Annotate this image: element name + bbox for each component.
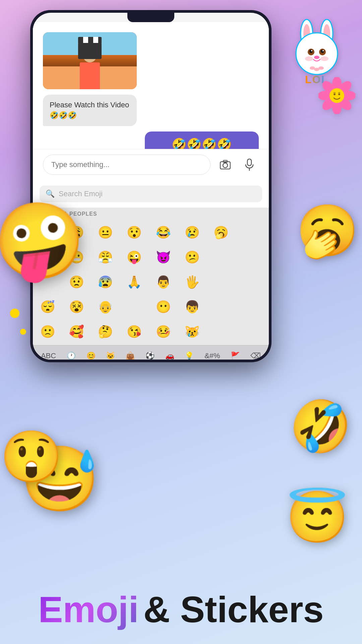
emoji-cell[interactable]: 😵 [64,295,88,319]
chat-text-right: 🤣🤣🤣🤣 [172,138,232,149]
emoji-cell[interactable]: 👴 [94,295,118,319]
svg-point-12 [309,50,313,53]
chat-bubble-right: 🤣🤣🤣🤣 [145,131,259,149]
keyboard-travel-button[interactable]: 🚗 [162,349,178,360]
lol-bunny-sticker: LOL [288,18,345,86]
emoji-cell[interactable]: 😐 [94,220,118,245]
emoji-cell [238,245,262,269]
emoji-cell [238,220,262,245]
svg-point-1 [223,163,228,168]
keyboard-ideas-button[interactable]: 💡 [181,349,197,360]
emoji-cell [238,320,262,344]
svg-point-32 [338,93,340,95]
svg-point-17 [305,56,313,61]
search-placeholder-text: Search Emoji [59,190,103,198]
phone-screen: Please Watch this Video🤣🤣🤣 🤣🤣🤣🤣 [33,13,269,360]
and-stickers-word: & Stickers [143,588,324,631]
phone-notch [127,13,174,22]
emoji-cell[interactable]: 😰 [94,270,118,294]
keyboard-bottom-bar: ABC 🕐 😊 🐱 👜 ⚽ 🚗 💡 &#% 🚩 ⌫ [33,345,269,360]
googly-eyes-emoji: 😲 [0,427,63,486]
chat-area: Please Watch this Video🤣🤣🤣 🤣🤣🤣🤣 [33,22,269,149]
emoji-cell[interactable]: 😶 [151,295,175,319]
emoji-cell[interactable]: 👦 [180,295,204,319]
video-thumbnail[interactable] [43,32,137,89]
input-area [33,149,269,180]
yawning-emoji: 🥱 [296,201,359,260]
bunny-container: LOL [288,18,345,86]
stickers-word: Stickers [180,589,324,630]
emoji-cell[interactable]: 😯 [122,220,146,245]
search-icon: 🔍 [46,190,55,198]
yellow-dot-1 [10,309,19,318]
bottom-title-content: Emoji & Stickers [38,588,324,631]
emoji-cell[interactable]: 😤 [94,245,118,269]
emoji-cell [238,270,262,294]
svg-point-13 [321,50,324,53]
clapperboard-icon [78,42,102,59]
keyboard-animal-button[interactable]: 🐱 [103,349,118,360]
emoji-cell[interactable]: 🤔 [94,320,118,344]
svg-point-18 [320,56,328,61]
emoji-cell[interactable]: 😴 [36,295,60,319]
emoji-cell [238,295,262,319]
emoji-cell[interactable]: 🙁 [36,320,60,344]
yellow-dot-2 [20,329,26,335]
keyboard-recent-button[interactable]: 🕐 [63,349,79,360]
chat-bubble-left: Please Watch this Video🤣🤣🤣 [43,95,137,126]
emoji-word: Emoji [38,588,139,631]
keyboard-symbols-button[interactable]: &#% [201,349,223,360]
keyboard-flag-button[interactable]: 🚩 [227,349,243,360]
svg-point-21 [318,66,324,70]
keyboard-delete-button[interactable]: ⌫ [247,349,264,360]
svg-point-31 [334,93,336,95]
flower-sticker [318,77,355,121]
crazy-face-emoji: 🤪 [0,191,92,292]
separator-text: & [143,589,180,630]
emoji-cell[interactable]: 🙏 [122,270,146,294]
emoji-cell[interactable]: 😂 [151,220,175,245]
microphone-button[interactable] [240,155,259,174]
halo-emoji: 😇 [286,488,349,547]
sweat-laugh-emoji: 🤣 [285,392,357,461]
message-input[interactable] [43,155,210,175]
emoji-cell[interactable]: 🖐️ [180,270,204,294]
person-body [80,62,100,89]
flower-svg [318,77,355,114]
emoji-cell[interactable]: 😕 [180,245,204,269]
svg-point-30 [329,88,344,103]
phone-frame: Please Watch this Video🤣🤣🤣 🤣🤣🤣🤣 [30,10,272,362]
bottom-title-section: Emoji & Stickers [0,588,362,631]
bunny-svg [288,18,345,79]
svg-point-14 [311,50,312,51]
search-input-wrapper[interactable]: 🔍 Search Emoji [40,185,262,202]
emoji-cell[interactable]: 👨 [151,270,175,294]
emoji-cell[interactable]: 🤒 [151,320,175,344]
emoji-cell[interactable]: 😢 [180,220,204,245]
keyboard-emoji-button[interactable]: 😊 [83,349,99,360]
emoji-cell[interactable]: 😜 [122,245,146,269]
chat-text-left: Please Watch this Video🤣🤣🤣 [50,101,129,119]
video-bg [43,32,137,89]
emoji-cell [209,295,233,319]
emoji-cell[interactable]: 🥱 [209,220,233,245]
keyboard-objects-button[interactable]: 👜 [122,349,138,360]
emoji-cell [122,295,146,319]
keyboard-abc-button[interactable]: ABC [38,349,59,360]
keyboard-sports-button[interactable]: ⚽ [142,349,158,360]
emoji-cell[interactable]: 😿 [180,320,204,344]
emoji-cell [209,270,233,294]
camera-button[interactable] [216,155,235,174]
emoji-cell[interactable]: 😈 [151,245,175,269]
emoji-cell [209,245,233,269]
emoji-cell [209,320,233,344]
emoji-cell[interactable]: 😘 [122,320,146,344]
emoji-cell[interactable]: 🥰 [64,320,88,344]
svg-point-15 [322,50,324,51]
svg-rect-3 [247,159,251,166]
svg-point-16 [314,56,319,59]
